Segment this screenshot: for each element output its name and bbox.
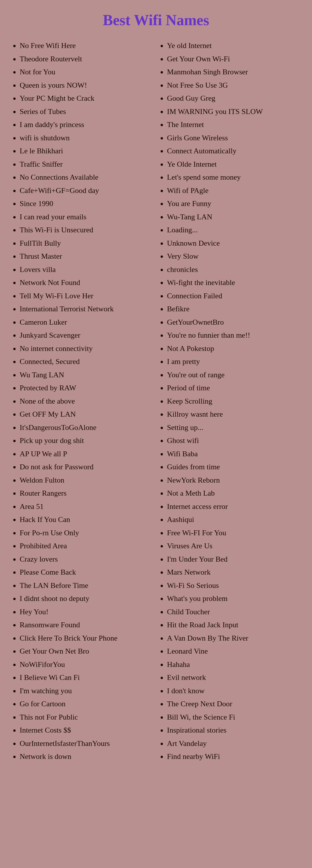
list-item: AP UP We all P	[20, 447, 153, 461]
list-item: Ye Olde Internet	[167, 158, 301, 171]
list-item: Do not ask for Password	[20, 460, 153, 474]
list-item: I didnt shoot no deputy	[20, 592, 153, 605]
list-item: Tell My Wi-Fi Love Her	[20, 289, 153, 303]
list-item: Theodore Routervelt	[20, 52, 153, 66]
list-item: wifi is shutdown	[20, 131, 153, 145]
list-item: Art Vandelay	[167, 737, 301, 750]
list-item: It'sDangerousToGoAlone	[20, 421, 153, 434]
list-item: Free Wi-FI For You	[167, 526, 301, 539]
list-item: No Connections Available	[20, 171, 153, 184]
list-item: Get Your Own Wi-Fi	[167, 52, 301, 66]
list-item: Get Your Own Net Bro	[20, 645, 153, 658]
list-item: What's you problem	[167, 592, 301, 605]
list-item: Mars Network	[167, 566, 301, 579]
list-item: Prohibited Area	[20, 539, 153, 553]
list-item: Good Guy Greg	[167, 92, 301, 105]
list-item: Wu Tang LAN	[20, 368, 153, 382]
list-item: Loading...	[167, 223, 301, 237]
list-item: Queen is yours NOW!	[20, 79, 153, 92]
list-item: Let's spend some money	[167, 171, 301, 184]
list-item: Wi-fight the inevitable	[167, 276, 301, 289]
list-item: Connection Failed	[167, 289, 301, 303]
list-item: I Believe Wi Can Fi	[20, 671, 153, 684]
list-item: Wi-Fi So Serious	[167, 579, 301, 592]
list-item: Viruses Are Us	[167, 539, 301, 553]
list-item: FullTilt Bully	[20, 237, 153, 250]
list-item: Befikre	[167, 302, 301, 316]
list-item: You're no funnier than me!!	[167, 329, 301, 342]
list-item: NewYork Reborn	[167, 474, 301, 487]
list-item: Series of Tubes	[20, 105, 153, 118]
content-columns: No Free Wifi HereTheodore RouterveltNot …	[9, 39, 303, 763]
list-item: chronicles	[167, 263, 301, 276]
list-item: Network Not Found	[20, 276, 153, 289]
list-item: Girls Gone Wireless	[167, 131, 301, 145]
list-item: Traffic Sniffer	[20, 158, 153, 171]
list-item: Weldon Fulton	[20, 474, 153, 487]
list-item: OurInternetIsfasterThanYours	[20, 737, 153, 750]
list-item: Evil network	[167, 671, 301, 684]
list-item: None of the above	[20, 395, 153, 408]
list-item: Internet Costs $$	[20, 724, 153, 737]
list-item: Find nearby WiFi	[167, 750, 301, 763]
list-item: Child Toucher	[167, 605, 301, 619]
list-item: Hey You!	[20, 605, 153, 619]
list-item: Connected, Secured	[20, 355, 153, 368]
list-item: Le le Bhikhari	[20, 144, 153, 158]
list-item: A Van Down By The River	[167, 631, 301, 645]
list-item: Hack If You Can	[20, 513, 153, 526]
list-item: Not a Meth Lab	[167, 487, 301, 500]
list-item: Please Come Back	[20, 566, 153, 579]
list-item: Wifi Baba	[167, 447, 301, 461]
list-item: Thrust Master	[20, 250, 153, 263]
list-item: You are Funny	[167, 197, 301, 210]
left-wifi-list: No Free Wifi HereTheodore RouterveltNot …	[11, 39, 153, 763]
list-item: Your PC Might be Crack	[20, 92, 153, 105]
list-item: Network is down	[20, 750, 153, 763]
list-item: Get OFF My LAN	[20, 408, 153, 421]
list-item: Keep Scrolling	[167, 395, 301, 408]
list-item: Period of time	[167, 381, 301, 395]
list-item: You're out of range	[167, 368, 301, 382]
list-item: NoWiFiforYou	[20, 658, 153, 671]
list-item: Ye old Internet	[167, 39, 301, 52]
list-item: Ghost wifi	[167, 434, 301, 447]
list-item: Internet access error	[167, 500, 301, 513]
list-item: Manmohan Singh Browser	[167, 65, 301, 79]
list-item: Router Rangers	[20, 487, 153, 500]
right-wifi-list: Ye old InternetGet Your Own Wi-FiManmoha…	[159, 39, 301, 763]
list-item: Connect Automatically	[167, 144, 301, 158]
list-item: Hit the Road Jack Input	[167, 618, 301, 631]
list-item: Wifi of PAgle	[167, 184, 301, 197]
list-item: Wu-Tang LAN	[167, 210, 301, 224]
list-item: The LAN Before Time	[20, 579, 153, 592]
list-item: Inspirational stories	[167, 724, 301, 737]
list-item: Setting up...	[167, 421, 301, 434]
right-column: Ye old InternetGet Your Own Wi-FiManmoha…	[156, 39, 303, 763]
list-item: IM WARNING you ITS SLOW	[167, 105, 301, 118]
list-item: I'm Under Your Bed	[167, 553, 301, 566]
list-item: GetYourOwnetBro	[167, 316, 301, 329]
list-item: Not for You	[20, 65, 153, 79]
list-item: Go for Cartoon	[20, 697, 153, 711]
list-item: I am pretty	[167, 355, 301, 368]
list-item: Unknown Device	[167, 237, 301, 250]
list-item: Crazy lovers	[20, 553, 153, 566]
list-item: No Free Wifi Here	[20, 39, 153, 52]
list-item: I'm watching you	[20, 684, 153, 698]
list-item: The Internet	[167, 118, 301, 131]
list-item: Ransomware Found	[20, 618, 153, 631]
list-item: Not A Pokestop	[167, 342, 301, 355]
list-item: Protected by RAW	[20, 381, 153, 395]
list-item: Click Here To Brick Your Phone	[20, 631, 153, 645]
left-column: No Free Wifi HereTheodore RouterveltNot …	[9, 39, 156, 763]
list-item: Lovers villa	[20, 263, 153, 276]
list-item: Not Free So Use 3G	[167, 79, 301, 92]
list-item: For Po-rn Use Only	[20, 526, 153, 539]
list-item: Guides from time	[167, 460, 301, 474]
list-item: No internet connectivity	[20, 342, 153, 355]
list-item: Aashiqui	[167, 513, 301, 526]
list-item: Killroy wasnt here	[167, 408, 301, 421]
list-item: Junkyard Scavenger	[20, 329, 153, 342]
list-item: Cafe+Wifi+GF=Good day	[20, 184, 153, 197]
